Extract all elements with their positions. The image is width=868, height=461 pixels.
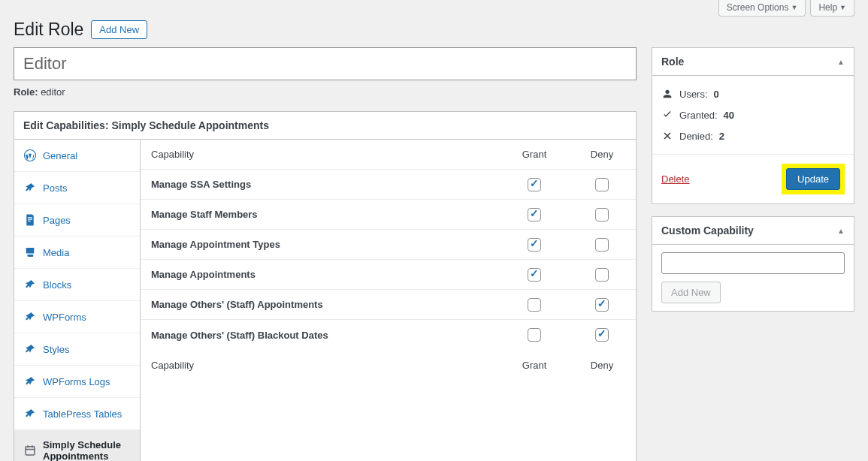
- capability-name: Manage Appointments: [141, 261, 501, 288]
- tab-media[interactable]: Media: [14, 237, 140, 269]
- col-grant-footer: Grant: [501, 360, 568, 371]
- grant-checkbox[interactable]: [528, 298, 541, 312]
- capability-tabs: GeneralPostsPagesMediaBlocksWPFormsStyle…: [14, 140, 141, 461]
- chevron-down-icon: ▼: [791, 4, 797, 11]
- col-grant: Grant: [501, 149, 568, 160]
- capability-row: Manage SSA Settings: [141, 170, 636, 200]
- tab-tablepress-tables[interactable]: TablePress Tables: [14, 398, 140, 430]
- svg-rect-2: [28, 217, 32, 218]
- col-capability: Capability: [141, 141, 501, 167]
- capability-name: Manage Appointment Types: [141, 231, 501, 258]
- screen-options-label: Screen Options: [727, 2, 789, 13]
- grant-checkbox[interactable]: [528, 178, 541, 191]
- wp-icon: [23, 149, 37, 162]
- tab-label: Pages: [43, 215, 71, 226]
- tab-simply-schedule-appointments[interactable]: Simply Schedule Appointments: [14, 430, 140, 461]
- capability-table: Capability Grant Deny Manage SSA Setting…: [141, 140, 636, 461]
- capabilities-box: Edit Capabilities: Simply Schedule Appoi…: [14, 111, 637, 461]
- page-title: Edit Role: [14, 20, 83, 40]
- tab-posts[interactable]: Posts: [14, 172, 140, 204]
- tab-label: Blocks: [43, 279, 71, 291]
- capability-row: Manage Appointment Types: [141, 230, 636, 260]
- col-capability-footer: Capability: [141, 352, 501, 378]
- capabilities-box-header: Edit Capabilities: Simply Schedule Appoi…: [14, 112, 636, 140]
- page-icon: [23, 213, 37, 227]
- col-deny-footer: Deny: [568, 360, 636, 371]
- tab-general[interactable]: General: [14, 140, 140, 172]
- add-custom-capability-button[interactable]: Add New: [661, 282, 721, 303]
- deny-checkbox[interactable]: [595, 208, 609, 221]
- col-deny: Deny: [568, 149, 636, 160]
- help-label: Help: [818, 2, 837, 13]
- custom-capability-box: Custom Capability ▲ Add New: [652, 216, 854, 312]
- tab-blocks[interactable]: Blocks: [14, 269, 140, 301]
- x-icon: [661, 130, 673, 142]
- media-icon: [23, 246, 37, 259]
- check-icon: [661, 109, 673, 121]
- chevron-up-icon[interactable]: ▲: [837, 58, 845, 66]
- pin-icon: [23, 342, 37, 356]
- tab-label: WPForms Logs: [43, 376, 110, 387]
- deny-checkbox[interactable]: [595, 178, 609, 191]
- tab-label: WPForms: [43, 312, 86, 323]
- pin-icon: [23, 181, 37, 194]
- cal-icon: [23, 444, 37, 457]
- tab-label: General: [43, 150, 77, 161]
- capability-name: Manage Others' (Staff) Appointments: [141, 291, 501, 318]
- capability-row: Manage Others' (Staff) Blackout Dates: [141, 320, 636, 350]
- svg-rect-4: [28, 221, 31, 221]
- tab-label: Media: [43, 247, 69, 258]
- tab-wpforms-logs[interactable]: WPForms Logs: [14, 366, 140, 398]
- delete-role-link[interactable]: Delete: [661, 173, 690, 185]
- tab-label: TablePress Tables: [43, 408, 122, 420]
- capability-row: Manage Appointments: [141, 260, 636, 290]
- custom-cap-title: Custom Capability: [661, 224, 754, 237]
- role-box-title: Role: [661, 56, 684, 68]
- tab-label: Styles: [43, 344, 69, 355]
- tab-label: Simply Schedule Appointments: [43, 439, 131, 461]
- chevron-up-icon[interactable]: ▲: [837, 227, 845, 235]
- chevron-down-icon: ▼: [839, 4, 846, 11]
- pin-icon: [23, 407, 37, 420]
- users-icon: [661, 88, 673, 100]
- capability-row: Manage Staff Members: [141, 200, 636, 230]
- custom-capability-input[interactable]: [661, 252, 845, 274]
- grant-checkbox[interactable]: [528, 238, 541, 252]
- tab-styles[interactable]: Styles: [14, 333, 140, 366]
- denied-label: Denied:: [679, 131, 713, 142]
- screen-options-button[interactable]: Screen Options ▼: [718, 0, 806, 17]
- granted-count: 40: [724, 110, 734, 121]
- users-count: 0: [714, 89, 719, 100]
- tab-wpforms[interactable]: WPForms: [14, 301, 140, 333]
- help-button[interactable]: Help ▼: [810, 0, 854, 17]
- add-new-role-button[interactable]: Add New: [91, 20, 147, 39]
- pin-icon: [23, 310, 37, 324]
- capability-name: Manage Staff Members: [141, 201, 501, 227]
- denied-count: 2: [719, 131, 724, 142]
- deny-checkbox[interactable]: [595, 268, 609, 282]
- role-name-input[interactable]: [14, 47, 637, 80]
- role-slug: Role: editor: [14, 86, 637, 98]
- svg-rect-5: [26, 248, 35, 254]
- granted-label: Granted:: [679, 110, 718, 121]
- capability-row: Manage Others' (Staff) Appointments: [141, 290, 636, 320]
- grant-checkbox[interactable]: [528, 268, 541, 282]
- svg-rect-3: [28, 219, 32, 220]
- tab-label: Posts: [43, 182, 68, 194]
- update-highlight: Update: [782, 164, 845, 194]
- update-button[interactable]: Update: [786, 168, 840, 190]
- deny-checkbox[interactable]: [595, 328, 609, 342]
- svg-rect-6: [26, 447, 35, 455]
- grant-checkbox[interactable]: [528, 208, 541, 221]
- pin-icon: [23, 278, 37, 291]
- tab-pages[interactable]: Pages: [14, 204, 140, 237]
- grant-checkbox[interactable]: [528, 328, 541, 342]
- capability-name: Manage SSA Settings: [141, 171, 501, 197]
- capability-name: Manage Others' (Staff) Blackout Dates: [141, 322, 501, 348]
- users-label: Users:: [679, 89, 708, 100]
- deny-checkbox[interactable]: [595, 238, 609, 252]
- svg-rect-1: [27, 215, 34, 225]
- deny-checkbox[interactable]: [595, 298, 609, 312]
- role-box: Role ▲ Users: 0 Granted: 40: [652, 47, 854, 204]
- pin-icon: [23, 375, 37, 388]
